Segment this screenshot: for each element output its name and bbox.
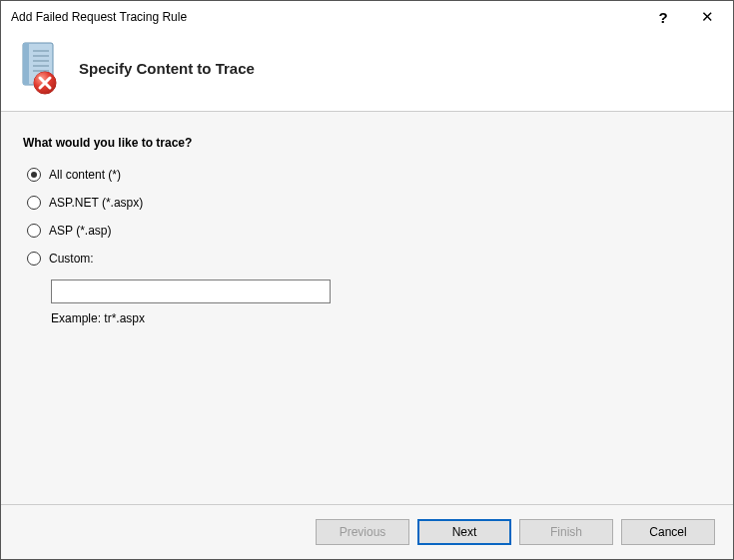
radio-icon: [27, 168, 41, 182]
radio-icon: [27, 196, 41, 210]
cancel-button[interactable]: Cancel: [621, 519, 715, 545]
wizard-footer: Previous Next Finish Cancel: [1, 505, 733, 559]
custom-pattern-input[interactable]: [51, 280, 331, 303]
option-asp[interactable]: ASP (*.asp): [23, 224, 711, 238]
wizard-step-title: Specify Content to Trace: [79, 60, 255, 77]
radio-icon: [27, 252, 41, 266]
titlebar-title: Add Failed Request Tracing Rule: [11, 10, 641, 24]
option-label: ASP (*.asp): [49, 224, 111, 238]
option-label: Custom:: [49, 252, 94, 266]
finish-button: Finish: [519, 519, 613, 545]
custom-example-label: Example: tr*.aspx: [51, 311, 711, 325]
prompt-label: What would you like to trace?: [23, 136, 711, 150]
help-icon: ?: [658, 9, 667, 26]
svg-rect-1: [23, 43, 29, 85]
option-label: All content (*): [49, 168, 121, 182]
wizard-dialog: Add Failed Request Tracing Rule ? ✕: [0, 0, 734, 560]
radio-icon: [27, 224, 41, 238]
titlebar-controls: ? ✕: [641, 2, 729, 32]
close-button[interactable]: ✕: [685, 2, 729, 32]
wizard-icon: [15, 41, 63, 95]
close-icon: ✕: [701, 8, 714, 26]
wizard-content: What would you like to trace? All conten…: [1, 111, 733, 505]
option-aspnet[interactable]: ASP.NET (*.aspx): [23, 196, 711, 210]
help-button[interactable]: ?: [641, 2, 685, 32]
option-all-content[interactable]: All content (*): [23, 168, 711, 182]
option-custom[interactable]: Custom:: [23, 252, 711, 266]
custom-block: Example: tr*.aspx: [23, 280, 711, 325]
titlebar: Add Failed Request Tracing Rule ? ✕: [1, 1, 733, 33]
next-button[interactable]: Next: [417, 519, 511, 545]
previous-button: Previous: [316, 519, 409, 545]
option-label: ASP.NET (*.aspx): [49, 196, 143, 210]
wizard-header: Specify Content to Trace: [1, 33, 733, 111]
